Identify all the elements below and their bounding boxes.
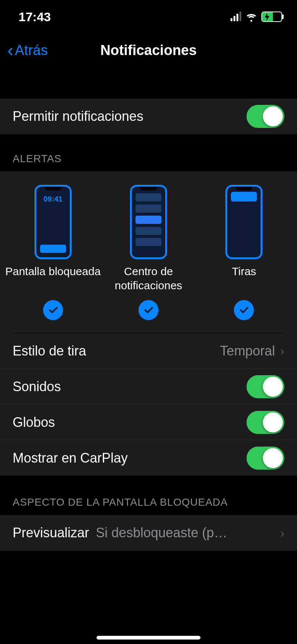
banner-style-value: Temporal	[220, 343, 275, 359]
alert-option-notification-center[interactable]: Centro de notificaciones	[101, 185, 196, 320]
chevron-left-icon: ‹	[7, 41, 13, 59]
banner-style-label: Estilo de tira	[13, 343, 86, 359]
status-bar: 17:43	[0, 0, 297, 33]
banner-preview-icon	[225, 185, 262, 259]
home-indicator[interactable]	[97, 636, 200, 640]
preview-row[interactable]: Previsualizar Si desbloqueaste (p… ›	[0, 515, 297, 551]
status-indicators	[231, 11, 282, 22]
allow-notifications-row[interactable]: Permitir notificaciones	[0, 99, 297, 134]
badges-label: Globos	[13, 415, 55, 430]
carplay-label: Mostrar en CarPlay	[13, 450, 128, 466]
alert-option-banners[interactable]: Tiras	[196, 185, 292, 320]
preview-value: Si desbloqueaste (p…	[96, 525, 274, 541]
carplay-row[interactable]: Mostrar en CarPlay	[0, 440, 297, 476]
badges-row[interactable]: Globos	[0, 405, 297, 440]
back-label: Atrás	[15, 42, 48, 58]
alert-option-label: Centro de notificaciones	[101, 264, 196, 293]
battery-charging-icon	[265, 10, 270, 24]
allow-notifications-toggle[interactable]	[247, 105, 284, 128]
battery-icon	[261, 12, 282, 22]
checkmark-icon	[138, 300, 159, 320]
page-title: Notificaciones	[100, 42, 197, 58]
chevron-right-icon: ›	[280, 526, 284, 540]
sounds-toggle[interactable]	[247, 375, 284, 398]
alert-option-label: Pantalla bloqueada	[5, 264, 101, 293]
back-button[interactable]: ‹ Atrás	[7, 41, 48, 59]
wifi-icon	[246, 11, 257, 22]
checkmark-icon	[43, 300, 63, 320]
preview-label: Previsualizar	[13, 525, 89, 541]
alerts-section-header: ALERTAS	[0, 134, 297, 171]
lockscreen-section-header: ASPECTO DE LA PANTALLA BLOQUEADA	[0, 476, 297, 515]
carplay-toggle[interactable]	[247, 447, 284, 470]
cellular-signal-icon	[231, 12, 241, 21]
checkmark-icon	[234, 300, 254, 320]
banner-style-row[interactable]: Estilo de tira Temporal ›	[0, 333, 297, 369]
sounds-row[interactable]: Sonidos	[0, 369, 297, 405]
alert-option-label: Tiras	[232, 264, 257, 293]
allow-notifications-label: Permitir notificaciones	[13, 109, 143, 124]
badges-toggle[interactable]	[247, 411, 284, 434]
nav-bar: ‹ Atrás Notificaciones	[0, 33, 297, 67]
notification-center-preview-icon	[130, 185, 167, 259]
lock-screen-preview-icon: 09:41	[35, 185, 72, 259]
alert-option-lock-screen[interactable]: 09:41 Pantalla bloqueada	[5, 185, 101, 320]
sounds-label: Sonidos	[13, 379, 61, 395]
alerts-panel: 09:41 Pantalla bloqueada Centro de notif…	[0, 171, 297, 476]
status-time: 17:43	[19, 10, 51, 24]
chevron-right-icon: ›	[280, 344, 284, 358]
